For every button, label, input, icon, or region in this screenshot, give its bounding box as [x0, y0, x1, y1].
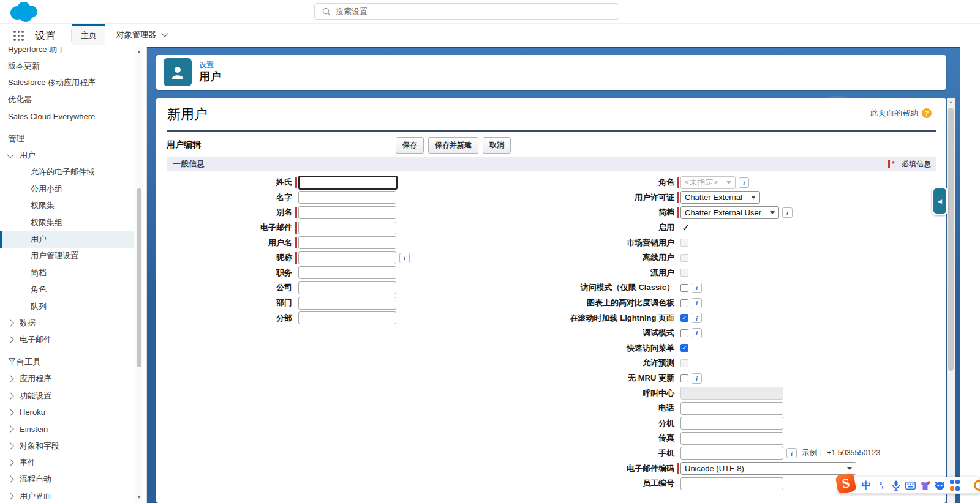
field-checkbox-在滚动时加载 Lightning 页面[interactable]: ✓	[680, 314, 688, 322]
info-icon[interactable]: i	[786, 448, 797, 458]
scroll-up-arrow[interactable]: ▲	[947, 98, 955, 106]
scroll-up-arrow[interactable]: ▲	[135, 48, 143, 56]
ime-microphone-icon[interactable]	[890, 480, 902, 491]
salesforce-logo[interactable]	[7, 1, 43, 23]
sidebar-item-队列[interactable]: 队列	[0, 298, 134, 315]
field-label: 员工编号	[402, 478, 674, 489]
field-input-公司[interactable]	[298, 281, 396, 294]
main-scrollbar[interactable]: ▲	[947, 98, 955, 503]
sidebar-item-功能设置[interactable]: 功能设置	[0, 387, 134, 404]
sidebar-item-Salesforce 移动应用程序[interactable]: Salesforce 移动应用程序	[0, 75, 134, 91]
field-control	[298, 297, 402, 310]
field-checkbox-图表上的高对比度调色板[interactable]	[680, 299, 688, 307]
sidebar-item-Einstein[interactable]: Einstein	[0, 421, 134, 438]
field-label: 无 MRU 更新	[402, 373, 674, 384]
field-input-昵称[interactable]	[298, 252, 396, 264]
sidebar-item-流程自动[interactable]: 流程自动	[0, 471, 134, 488]
field-input-职务[interactable]	[298, 266, 396, 279]
field-input-员工编号[interactable]	[680, 477, 783, 490]
scroll-down-arrow[interactable]: ▼	[135, 493, 143, 502]
tab-home[interactable]: 主页	[72, 24, 105, 45]
field-input-别名[interactable]	[298, 206, 396, 219]
sidebar-item-用户[interactable]: 用户	[0, 147, 134, 163]
ime-skin-icon[interactable]	[919, 480, 931, 491]
sidebar-item-数据[interactable]: 数据	[0, 315, 134, 331]
sidebar-item-简档[interactable]: 简档	[0, 264, 134, 281]
form-row: 呼叫中心	[156, 386, 946, 401]
info-icon[interactable]: i	[739, 177, 749, 188]
field-checkbox-访问模式（仅限 Classic）[interactable]	[680, 284, 688, 292]
sidebar-item-应用程序[interactable]: 应用程序	[0, 370, 134, 387]
sidebar-item-用户[interactable]: 用户	[0, 231, 134, 247]
ime-punctuation-icon[interactable]: °,	[875, 480, 887, 491]
info-icon[interactable]: i	[692, 313, 702, 323]
sidebar-item-电子邮件[interactable]: 电子邮件	[0, 332, 134, 348]
save-button[interactable]: 保存	[396, 137, 424, 154]
required-marker-slot	[674, 371, 680, 386]
cancel-button[interactable]: 取消	[483, 137, 511, 154]
setup-search-box[interactable]: 搜索设置	[314, 3, 619, 20]
sidebar-item-公用小组[interactable]: 公用小组	[0, 181, 134, 197]
field-select-简档[interactable]: Chatter External User	[680, 206, 779, 219]
sidebar-item-角色[interactable]: 角色	[0, 281, 134, 297]
ime-toolbox-icon[interactable]	[949, 480, 960, 491]
field-control: ✓	[680, 222, 946, 234]
sidebar-item-权限集[interactable]: 权限集	[0, 198, 134, 214]
field-input-分机[interactable]	[680, 417, 783, 430]
field-input-电话[interactable]	[680, 402, 783, 415]
scrollbar-thumb[interactable]	[137, 188, 141, 367]
field-input-手机[interactable]	[680, 447, 783, 460]
page-header-card: 设置 用户	[156, 55, 946, 90]
ime-partial-icon[interactable]	[974, 480, 980, 491]
sidebar-item-用户界面[interactable]: 用户界面	[0, 488, 134, 503]
sidebar-item-允许的电子邮件域[interactable]: 允许的电子邮件域	[0, 164, 134, 181]
info-icon[interactable]: i	[782, 207, 793, 218]
sidebar-item-版本更新[interactable]: 版本更新	[0, 58, 134, 74]
ime-emoji-icon[interactable]	[934, 480, 946, 491]
field-input-电子邮件[interactable]	[298, 222, 396, 234]
field-input-姓氏[interactable]	[298, 176, 398, 190]
tab-object-manager[interactable]: 对象管理器	[108, 24, 176, 45]
field-select-电子邮件编码[interactable]: Unicode (UTF-8)	[680, 462, 856, 475]
save-and-new-button[interactable]: 保存并新建	[428, 137, 478, 154]
sidebar-item-对象和字段[interactable]: 对象和字段	[0, 438, 134, 454]
sidebar-item-优化器[interactable]: 优化器	[0, 91, 134, 108]
field-input-用户名[interactable]	[298, 236, 396, 249]
field-control	[680, 239, 946, 247]
info-icon[interactable]: i	[692, 328, 702, 338]
info-icon[interactable]: i	[692, 283, 702, 293]
app-launcher-waffle-icon[interactable]	[13, 31, 24, 41]
info-icon[interactable]: i	[692, 373, 702, 384]
collapse-left-button[interactable]: ◀	[933, 188, 946, 214]
sogou-logo-icon[interactable]: S	[835, 473, 857, 494]
ime-keyboard-icon[interactable]	[905, 480, 916, 491]
info-icon[interactable]: i	[692, 298, 702, 308]
sidebar-item-Hyperforce 助手[interactable]: Hyperforce 助手	[0, 47, 134, 58]
field-checkbox-无 MRU 更新[interactable]	[680, 374, 688, 382]
field-select-用户许可证[interactable]: Chatter External	[680, 191, 760, 204]
sidebar-scrollbar[interactable]: ▲ ▼	[135, 47, 143, 503]
field-label: 允许预测	[402, 357, 674, 368]
help-link[interactable]: 此页面的帮助	[870, 108, 918, 119]
field-checkbox-调试模式[interactable]	[680, 329, 688, 337]
required-marker-slot	[292, 296, 298, 311]
sidebar-item-权限集组[interactable]: 权限集组	[0, 214, 134, 231]
sidebar-item-Sales Cloud Everywhere[interactable]: Sales Cloud Everywhere	[0, 108, 134, 125]
field-label: 图表上的高对比度调色板	[402, 297, 674, 308]
form-row: 公司访问模式（仅限 Classic）i	[156, 280, 946, 296]
field-checkbox-快速访问菜单[interactable]: ✓	[680, 344, 688, 352]
field-input-名字[interactable]	[298, 191, 396, 204]
required-marker-slot	[674, 205, 680, 220]
field-input-传真[interactable]	[680, 432, 783, 445]
scrollbar-thumb[interactable]	[948, 108, 954, 371]
select-value: Unicode (UTF-8)	[685, 464, 744, 473]
help-badge-icon[interactable]: ?	[922, 108, 932, 118]
field-input-分部[interactable]	[298, 311, 396, 324]
sidebar-item-Heroku[interactable]: Heroku	[0, 404, 134, 420]
checked-glyph: ✓	[682, 222, 690, 234]
sidebar-item-用户管理设置[interactable]: 用户管理设置	[0, 248, 134, 264]
sidebar-item-事件[interactable]: 事件	[0, 454, 134, 471]
field-label: 调试模式	[402, 327, 674, 338]
ime-chinese-mode-icon[interactable]: 中	[861, 480, 872, 491]
field-input-部门[interactable]	[298, 297, 396, 310]
